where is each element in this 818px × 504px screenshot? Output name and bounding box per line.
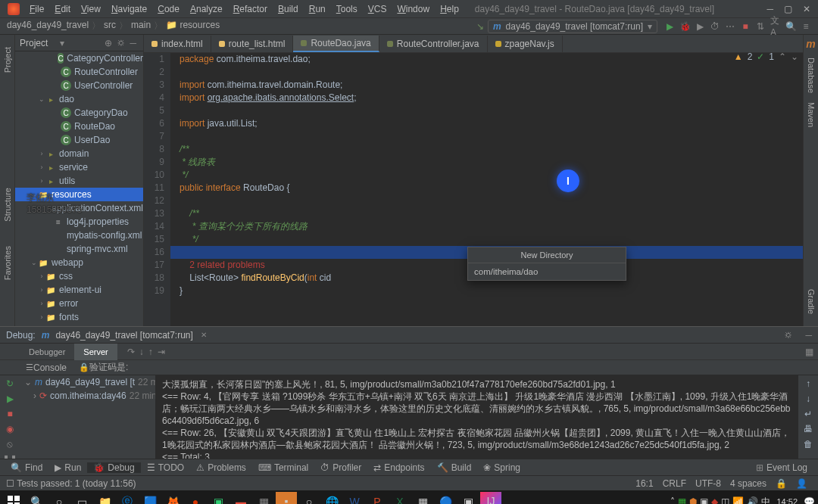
code-inspection-status[interactable]: ▲2 ✓1 ⌃⌄ bbox=[734, 51, 798, 62]
tray-icon[interactable]: ⬢ bbox=[689, 496, 697, 504]
structure-tool-tab[interactable]: Structure bbox=[3, 183, 12, 226]
scroll-up-icon[interactable]: ↑ bbox=[806, 378, 810, 389]
layout-icon[interactable]: ▦ bbox=[801, 347, 818, 357]
tree-node[interactable]: CCategoryController bbox=[15, 51, 143, 65]
bottom-tool-endpoints[interactable]: ⇄Endpoints bbox=[367, 462, 430, 473]
bottom-tool-terminal[interactable]: ⌨Terminal bbox=[252, 462, 314, 473]
tree-node[interactable]: ⌄▸dao bbox=[15, 92, 143, 106]
code-editor[interactable]: package com.itheima.travel.dao;import co… bbox=[170, 53, 803, 326]
indent-settings[interactable]: 4 spaces bbox=[726, 478, 771, 489]
firefox-icon[interactable]: 🦊 bbox=[162, 492, 183, 504]
tree-node[interactable]: ›📁element-ui bbox=[15, 283, 143, 297]
git-icon[interactable]: ⇅ bbox=[755, 21, 766, 32]
tray-chevron-icon[interactable]: ˄ bbox=[670, 496, 675, 504]
taskbar-app[interactable]: ▪ bbox=[276, 492, 297, 504]
collapse-icon[interactable]: ⊕ bbox=[105, 38, 112, 48]
favorites-tool-tab[interactable]: Favorites bbox=[3, 241, 12, 285]
console-tab[interactable]: ☰ Console bbox=[20, 359, 73, 376]
debug-settings-icon[interactable]: ⛭ bbox=[784, 330, 793, 341]
step-into-icon[interactable]: ↓ bbox=[137, 347, 146, 357]
word-icon[interactable]: W bbox=[344, 492, 365, 504]
step-out-icon[interactable]: ↑ bbox=[146, 347, 155, 357]
debug-icon[interactable]: 🐞 bbox=[679, 21, 690, 32]
taskbar-app[interactable]: ▣ bbox=[457, 492, 479, 504]
resume-icon[interactable]: ▶ bbox=[3, 394, 17, 404]
settings-icon[interactable]: ⛭ bbox=[117, 38, 126, 48]
server-tab[interactable]: Server bbox=[74, 344, 117, 360]
tree-node[interactable]: ›📁fonts bbox=[15, 310, 143, 324]
taskbar-app[interactable]: ● bbox=[185, 492, 206, 504]
tree-node[interactable]: mybatis-config.xml bbox=[15, 229, 143, 242]
stop-icon[interactable]: ■ bbox=[740, 21, 751, 32]
tree-node[interactable]: CRouteDao bbox=[15, 120, 143, 133]
tray-volume-icon[interactable]: 🔊 bbox=[747, 496, 758, 504]
bottom-tool-spring[interactable]: ❀Spring bbox=[477, 462, 526, 473]
editor-tab[interactable]: route_list.html bbox=[211, 36, 294, 52]
taskbar-app[interactable]: ○ bbox=[298, 492, 320, 504]
run-to-cursor-icon[interactable]: ⇥ bbox=[155, 347, 167, 357]
inspections-icon[interactable]: 👤 bbox=[791, 478, 812, 489]
bottom-tool-profiler[interactable]: ⏱Profiler bbox=[314, 462, 367, 473]
tree-node[interactable]: ›📁error bbox=[15, 297, 143, 310]
taskbar-app[interactable]: ▦ bbox=[253, 492, 274, 504]
menu-file[interactable]: File bbox=[24, 4, 49, 14]
soft-wrap-icon[interactable]: ↵ bbox=[804, 409, 812, 419]
taskbar-app[interactable]: 🟦 bbox=[139, 492, 161, 504]
stop-debug-icon[interactable]: ■ bbox=[3, 409, 17, 419]
profile-icon[interactable]: ⏱ bbox=[710, 21, 720, 32]
tree-node[interactable]: CUserDao bbox=[15, 133, 143, 147]
taskbar-app[interactable]: 🔵 bbox=[435, 492, 456, 504]
menu-run[interactable]: Run bbox=[304, 4, 331, 14]
debugger-tab[interactable]: Debugger bbox=[20, 344, 74, 360]
run-config-selector[interactable]: m day46_day49_travel [tomcat7:run] ▾ bbox=[488, 20, 657, 33]
tree-node[interactable]: ›📁css bbox=[15, 269, 143, 283]
minimize-icon[interactable]: ─ bbox=[766, 4, 773, 14]
pause-icon[interactable]: ❚❚ bbox=[3, 454, 17, 459]
tree-node[interactable]: ›▸utils bbox=[15, 174, 143, 188]
frame-item[interactable]: › ⟳ com.itheima:day46 22 min, 14 sec bbox=[20, 389, 155, 403]
maximize-icon[interactable]: ▢ bbox=[784, 4, 792, 14]
tray-icon[interactable]: ▣ bbox=[700, 496, 708, 504]
hide-icon[interactable]: ─ bbox=[130, 38, 137, 48]
tray-wifi-icon[interactable]: 📶 bbox=[732, 496, 744, 504]
run-icon[interactable]: ▶ bbox=[664, 21, 675, 32]
database-tool-tab[interactable]: Database bbox=[807, 53, 816, 98]
menu-help[interactable]: Help bbox=[435, 4, 464, 14]
mute-breakpoints-icon[interactable]: ⦸ bbox=[3, 439, 17, 450]
tree-node[interactable]: CRouteController bbox=[15, 65, 143, 79]
cortana-icon[interactable]: ○ bbox=[48, 492, 70, 504]
tree-node[interactable]: ›📁images bbox=[15, 324, 143, 326]
scroll-down-icon[interactable]: ↓ bbox=[806, 394, 810, 404]
build-hammer-icon[interactable]: ↘ bbox=[475, 21, 485, 32]
search-icon[interactable]: 🔍 bbox=[785, 21, 796, 32]
tree-node[interactable]: ⌄📁webapp bbox=[15, 256, 143, 269]
translate-icon[interactable]: 文A bbox=[770, 21, 781, 32]
search-button[interactable]: 🔍 bbox=[26, 492, 47, 504]
captcha-tab[interactable]: 🔒 验证码是: bbox=[73, 359, 134, 376]
maven-tool-tab[interactable]: Maven bbox=[807, 98, 816, 132]
tree-node[interactable]: ≡log4j.properties bbox=[15, 215, 143, 229]
maven-logo-icon[interactable]: m bbox=[806, 38, 815, 50]
bottom-tool-todo[interactable]: ☰TODO bbox=[141, 462, 190, 473]
console-output[interactable]: 大漠孤烟直，长河落日圆"的塞上风光！, 81, 5, img/product/s… bbox=[156, 375, 798, 459]
project-tool-tab[interactable]: Project bbox=[3, 42, 12, 77]
clear-icon[interactable]: 🗑 bbox=[804, 439, 813, 450]
task-view-icon[interactable]: ▭ bbox=[71, 492, 92, 504]
menu-vcs[interactable]: VCS bbox=[363, 4, 392, 14]
tree-node[interactable]: ⌄📁resources bbox=[15, 188, 143, 201]
bottom-tool-find[interactable]: 🔍Find bbox=[5, 462, 48, 473]
taskbar-app[interactable]: ▦ bbox=[412, 492, 433, 504]
menu-code[interactable]: Code bbox=[152, 4, 185, 14]
taskbar-app[interactable]: ▣ bbox=[208, 492, 229, 504]
editor-tab[interactable]: index.html bbox=[144, 36, 211, 52]
start-button[interactable] bbox=[3, 492, 24, 504]
bottom-tool-run[interactable]: ▶Run bbox=[48, 462, 87, 473]
step-over-icon[interactable]: ↷ bbox=[125, 347, 137, 357]
menu-view[interactable]: View bbox=[76, 4, 106, 14]
tree-node[interactable]: spring-mvc.xml bbox=[15, 242, 143, 256]
attach-icon[interactable]: ⋯ bbox=[725, 21, 735, 32]
notifications-icon[interactable]: 💬 bbox=[804, 496, 815, 504]
editor-tab[interactable]: zpageNav.js bbox=[488, 36, 563, 52]
tray-ime-icon[interactable]: 中 bbox=[761, 496, 770, 505]
menu-navigate[interactable]: Navigate bbox=[106, 4, 152, 14]
